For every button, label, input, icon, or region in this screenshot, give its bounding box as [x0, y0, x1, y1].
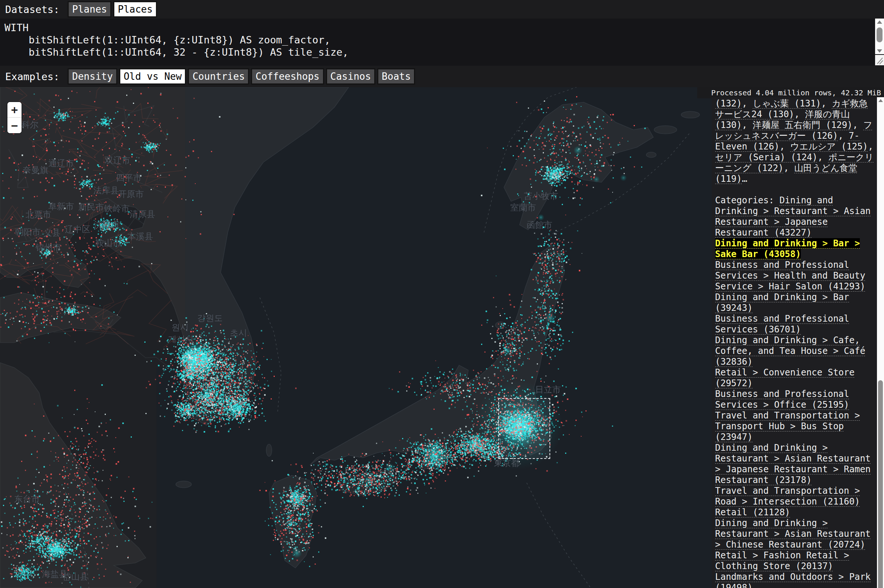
scroll-up-icon[interactable]: [877, 97, 884, 104]
category-link[interactable]: Travel and Transportation > Road > Inter…: [715, 486, 860, 507]
datasets-buttons: PlanesPlaces: [68, 1, 159, 17]
category-link[interactable]: Business and Professional Services > Off…: [715, 389, 849, 410]
category-link[interactable]: Dining and Drinking > Restaurant > Asian…: [715, 518, 870, 550]
editor-scrollbar[interactable]: [875, 18, 884, 54]
zoom-in-button[interactable]: +: [8, 102, 21, 118]
resize-grip-icon[interactable]: [875, 55, 884, 65]
tile-selection-rect[interactable]: [498, 398, 550, 459]
button-boats[interactable]: Boats: [377, 68, 415, 85]
scroll-down-icon[interactable]: [875, 48, 884, 54]
category-link-highlighted[interactable]: Dining and Drinking > Bar > Sake Bar (43…: [715, 238, 860, 260]
category-link[interactable]: Retail > Fashion Retail > Clothing Store…: [715, 550, 849, 571]
sidebar-scrollbar[interactable]: [877, 97, 884, 588]
categories-label: Categories:: [715, 195, 779, 206]
zoom-control: + −: [8, 102, 21, 133]
datasets-bar: Datasets: PlanesPlaces: [0, 0, 884, 18]
button-countries[interactable]: Countries: [188, 68, 249, 85]
category-link[interactable]: Dining and Drinking > Cafe, Coffee, and …: [715, 335, 866, 367]
name-link[interactable]: しゃぶ葉 (131): [753, 98, 821, 109]
name-link[interactable]: ウエルシア (125): [790, 141, 868, 152]
category-link[interactable]: Retail > Convenience Store (29572): [715, 367, 855, 388]
button-places[interactable]: Places: [113, 1, 157, 17]
button-planes[interactable]: Planes: [68, 1, 111, 17]
map-canvas[interactable]: 科尔通辽市双辽市四平市奈曼旗法库县开原市阜新市新民市铁岭市清原县北票市沈阳市辽中…: [0, 87, 712, 588]
examples-label: Examples:: [5, 71, 59, 82]
category-link[interactable]: Retail (21128): [715, 507, 790, 518]
zoom-out-button[interactable]: −: [8, 118, 21, 133]
main-area: 科尔通辽市双辽市四平市奈曼旗法库县开原市阜新市新民市铁岭市清原县北票市沈阳市辽中…: [0, 87, 884, 588]
category-link[interactable]: Travel and Transportation > Transport Hu…: [715, 410, 860, 442]
status-bar: Processed 4.04 million rows, 42.32 MiB: [697, 87, 884, 98]
categories-list: Categories: Dining and Drinking > Restau…: [715, 195, 875, 588]
top-names-list: (132), しゃぶ葉 (131), カギ救急サービス24 (130), 洋服の…: [715, 98, 875, 184]
sql-editor[interactable]: WITH bitShiftLeft(1::UInt64, {z:UInt8}) …: [0, 18, 884, 66]
button-old-vs-new[interactable]: Old vs New: [119, 68, 186, 85]
category-link[interactable]: Business and Professional Services > Hea…: [715, 260, 866, 292]
results-sidebar: (132), しゃぶ葉 (131), カギ救急サービス24 (130), 洋服の…: [712, 97, 877, 588]
category-link[interactable]: Dining and Drinking > Restaurant > Asian…: [715, 442, 870, 485]
examples-buttons: DensityOld vs NewCountriesCoffeeshopsCas…: [68, 68, 417, 85]
name-link[interactable]: 洋麺屋 五右衛門 (129): [753, 120, 852, 130]
button-coffeeshops[interactable]: Coffeeshops: [251, 68, 324, 85]
datasets-label: Datasets:: [5, 4, 59, 15]
examples-bar: Examples: DensityOld vs NewCountriesCoff…: [0, 66, 884, 87]
button-density[interactable]: Density: [68, 68, 117, 85]
name-link[interactable]: セリア (Seria) (124): [715, 152, 818, 162]
category-link[interactable]: Business and Professional Services (3670…: [715, 314, 849, 334]
sql-editor-text[interactable]: WITH bitShiftLeft(1::UInt64, {z:UInt8}) …: [0, 18, 884, 66]
button-casinos[interactable]: Casinos: [326, 68, 376, 85]
category-link[interactable]: Dining and Drinking > Bar (39243): [715, 292, 849, 313]
name-link[interactable]: (132): [715, 98, 742, 109]
sidebar-scrollbar-thumb[interactable]: [878, 380, 883, 588]
category-link[interactable]: Landmarks and Outdoors > Park (19498): [715, 572, 870, 588]
editor-scrollbar-thumb[interactable]: [876, 27, 882, 42]
scroll-up-icon[interactable]: [875, 18, 884, 25]
